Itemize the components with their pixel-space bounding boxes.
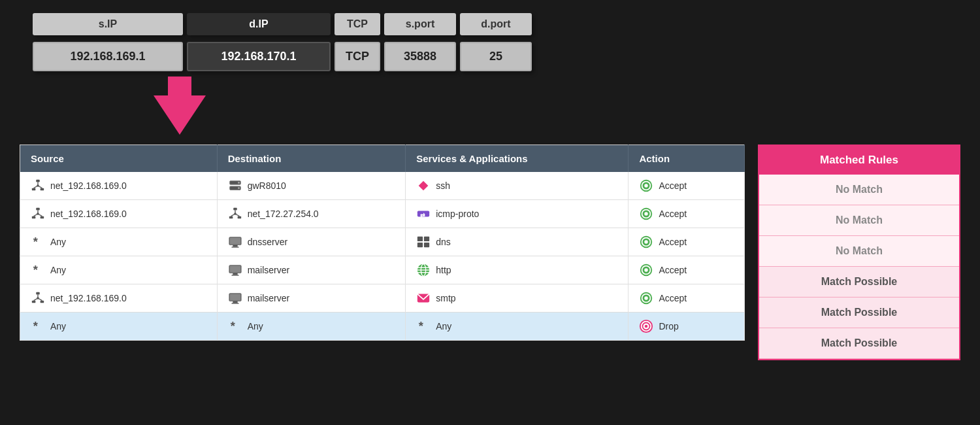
svg-rect-25 [237,216,241,219]
col-services: Services & Applications [406,145,629,173]
down-arrow [147,76,212,135]
svg-rect-23 [233,208,237,211]
svg-text:*: * [230,319,235,333]
dip-value: 192.168.170.1 [187,42,331,71]
row-4-source: net_192.168.169.0 [20,284,218,313]
row-3-source: * Any [20,256,218,284]
row-1-source: net_192.168.169.0 [20,200,218,228]
table-row: * Any dnsserver dns Accept [20,228,745,256]
row-5-service: * Any [406,313,629,341]
row-2-service: dns [406,228,629,256]
svg-point-10 [238,187,240,189]
row-3-action: Accept [629,256,745,284]
packet-values-row: 192.168.169.1 192.168.170.1 TCP 35888 25 [33,42,960,71]
svg-rect-42 [417,243,423,247]
sip-label: s.IP [33,13,183,35]
row-4-service: smtp [406,284,629,313]
match-result-1: No Match [759,205,959,236]
col-source: Source [20,145,218,173]
svg-text:⇄: ⇄ [420,212,425,218]
svg-point-74 [645,296,649,300]
row-2-source: * Any [20,228,218,256]
svg-marker-11 [419,181,423,191]
table-row: net_192.168.169.0 mailserver smtp Accept [20,284,745,313]
svg-rect-1 [32,188,36,191]
svg-rect-49 [233,273,237,275]
svg-rect-43 [424,243,429,247]
svg-rect-61 [32,301,36,303]
svg-rect-62 [41,301,44,303]
svg-rect-60 [36,292,40,295]
table-row: net_192.168.169.0 net_172.27.254.0 ⇄ icm… [20,200,745,228]
firewall-rules-table: Source Destination Services & Applicatio… [20,144,745,341]
svg-rect-2 [41,188,44,191]
sip-value: 192.168.169.1 [33,42,183,71]
svg-rect-68 [233,301,237,303]
table-section: Source Destination Services & Applicatio… [20,144,960,360]
svg-rect-18 [41,216,44,219]
svg-rect-51 [229,266,240,273]
svg-point-66 [37,297,39,299]
svg-rect-39 [229,238,240,245]
row-4-action: Accept [629,284,745,313]
match-result-2: No Match [759,236,959,267]
match-result-3: Match Possible [759,267,959,298]
svg-point-80 [645,325,648,328]
col-destination: Destination [217,145,406,173]
svg-rect-70 [229,294,240,301]
sport-label: s.port [384,13,456,35]
svg-rect-41 [424,237,429,241]
match-panel-header: Matched Rules [759,146,959,175]
svg-point-34 [645,212,649,216]
table-row: net_192.168.169.0 gwR8010 ssh Accept [20,172,745,200]
svg-rect-0 [36,180,40,182]
sport-value: 35888 [384,42,456,71]
svg-marker-12 [423,181,428,191]
svg-text:*: * [419,319,424,333]
svg-rect-38 [231,246,238,247]
svg-rect-69 [231,303,238,303]
svg-point-29 [234,212,237,215]
table-row: * Any * Any * Any Drop [20,313,745,341]
row-5-source: * Any [20,313,218,341]
row-1-service: ⇄ icmp-proto [406,200,629,228]
svg-text:*: * [33,235,39,248]
row-1-destination: net_172.27.254.0 [217,200,406,228]
svg-rect-16 [36,208,40,211]
dip-label: d.IP [187,13,331,35]
svg-rect-50 [231,275,238,275]
row-3-service: http [406,256,629,284]
match-result-4: Match Possible [759,298,959,328]
svg-point-15 [645,184,649,188]
svg-rect-40 [417,237,423,241]
row-2-destination: dnsserver [217,228,406,256]
svg-rect-37 [233,245,237,247]
row-2-action: Accept [629,228,745,256]
packet-header-row: s.IP d.IP TCP s.port d.port [33,13,960,35]
tcp-value: TCP [335,42,380,71]
table-row: * Any mailserver http Accept [20,256,745,284]
col-action: Action [629,145,745,173]
row-3-destination: mailserver [217,256,406,284]
row-0-source: net_192.168.169.0 [20,172,218,200]
row-1-action: Accept [629,200,745,228]
row-4-destination: mailserver [217,284,406,313]
row-5-action: Drop [629,313,745,341]
row-0-service: ssh [406,172,629,200]
svg-point-22 [37,212,39,215]
svg-point-9 [238,182,240,184]
svg-rect-17 [32,216,36,219]
dport-label: d.port [460,13,532,35]
row-0-destination: gwR8010 [217,172,406,200]
row-5-destination: * Any [217,313,406,341]
svg-point-59 [645,268,649,272]
svg-point-46 [645,240,649,244]
match-panel: Matched Rules No MatchNo MatchNo MatchMa… [758,144,960,360]
match-result-0: No Match [759,175,959,205]
svg-point-6 [37,184,39,187]
svg-rect-24 [229,216,233,219]
svg-text:*: * [33,263,39,277]
match-result-5: Match Possible [759,328,959,359]
dport-value: 25 [460,42,532,71]
svg-text:*: * [33,319,39,333]
